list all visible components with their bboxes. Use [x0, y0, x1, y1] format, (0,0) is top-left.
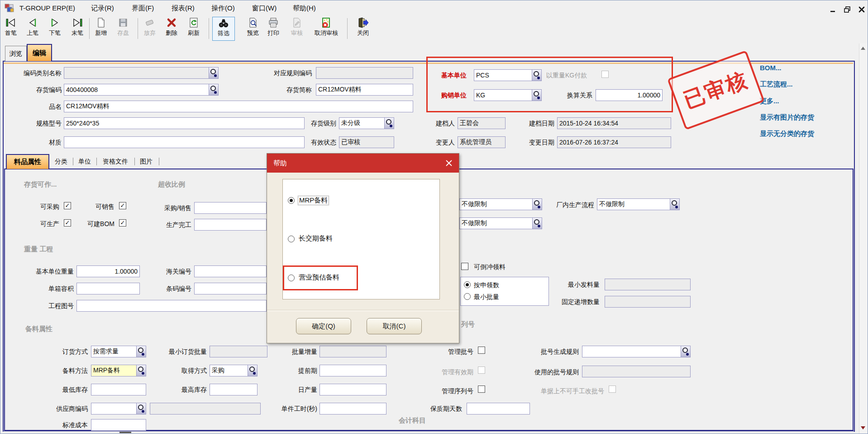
- subtab-image[interactable]: 图片: [140, 158, 153, 166]
- lookup-icon[interactable]: [532, 90, 541, 101]
- link-show-unclassified[interactable]: 显示无分类的存货: [760, 130, 814, 138]
- toolbar-first-button[interactable]: 首笔: [0, 17, 21, 41]
- subtab-classification[interactable]: 分类: [55, 158, 67, 166]
- item-name-input[interactable]: CR12MOV精料: [64, 101, 413, 112]
- dialog-ok-button[interactable]: 确定(Q): [296, 318, 351, 334]
- subtab-item-attributes[interactable]: 料品属性: [6, 154, 49, 169]
- can-sale-checkbox[interactable]: ✓: [119, 202, 126, 209]
- can-produce-checkbox[interactable]: ✓: [64, 219, 71, 227]
- link-process-flow[interactable]: 工艺流程...: [760, 80, 793, 89]
- min-issue-input[interactable]: [605, 279, 691, 290]
- conversion-input[interactable]: 1.00000: [596, 89, 663, 101]
- lookup-icon[interactable]: [136, 346, 146, 357]
- lookup-icon[interactable]: [209, 84, 218, 95]
- code-type-input[interactable]: [64, 67, 219, 79]
- max-stock-input[interactable]: [210, 384, 258, 395]
- base-weight-input[interactable]: 1.00000: [76, 265, 140, 277]
- link-show-with-images[interactable]: 显示有图片的存货: [760, 113, 814, 122]
- over-purchase-sale-input[interactable]: [194, 202, 267, 214]
- shelf-life-input[interactable]: [467, 403, 530, 415]
- menu-help[interactable]: 帮助(H): [293, 4, 316, 13]
- long-lead-prep-option[interactable]: 长交期备料: [299, 234, 333, 243]
- toolbar-prev-button[interactable]: 上笔: [22, 17, 43, 41]
- batch-rule-input[interactable]: [582, 346, 691, 357]
- prep-method-input[interactable]: MRP备料: [91, 365, 146, 376]
- factory-flow-input[interactable]: 不做限制: [597, 198, 680, 210]
- lookup-icon[interactable]: [532, 70, 541, 81]
- lookup-icon[interactable]: [532, 218, 542, 229]
- sales-forecast-prep-radio[interactable]: [288, 275, 295, 281]
- toolbar-new-button[interactable]: 新增: [91, 17, 111, 41]
- acquire-mode-input[interactable]: 采购: [210, 365, 258, 376]
- toolbar-save-button[interactable]: 存盘: [113, 17, 134, 41]
- lead-time-input[interactable]: [320, 365, 386, 376]
- dialog-close-button[interactable]: [444, 159, 453, 168]
- min-batch-radio[interactable]: [464, 293, 471, 300]
- lookup-icon[interactable]: [670, 199, 679, 210]
- help-dialog-titlebar[interactable]: 帮助: [267, 154, 459, 173]
- subtab-unit[interactable]: 单位: [78, 158, 91, 166]
- lookup-icon[interactable]: [209, 68, 218, 78]
- lookup-icon[interactable]: [248, 365, 257, 376]
- link-bom[interactable]: BOM...: [760, 64, 782, 72]
- limit-input-1[interactable]: 不做限制: [459, 198, 542, 210]
- can-purchase-checkbox[interactable]: ✓: [64, 202, 71, 209]
- drawing-no-input[interactable]: [76, 300, 267, 312]
- base-unit-input[interactable]: PCS: [474, 69, 542, 81]
- menu-tgroup-erp[interactable]: T-GROUP ERP(E): [19, 4, 75, 12]
- over-production-input[interactable]: [194, 219, 267, 231]
- level-input[interactable]: 未分级: [339, 117, 394, 129]
- toolbar-approve-button[interactable]: 审核: [286, 17, 307, 41]
- rule-code-input[interactable]: [316, 67, 413, 79]
- can-bom-checkbox[interactable]: ✓: [119, 219, 126, 227]
- scroll-down-icon[interactable]: [861, 426, 865, 429]
- toolbar-preview-button[interactable]: 预览: [243, 17, 263, 41]
- minimize-button[interactable]: [829, 6, 837, 13]
- tab-browse[interactable]: 浏览: [5, 46, 27, 61]
- item-abbr-input[interactable]: CR12MOV精料: [316, 84, 413, 96]
- horizontal-scroll-thumb[interactable]: [119, 432, 131, 433]
- unit-time-input[interactable]: [320, 403, 386, 415]
- daily-output-input[interactable]: [320, 384, 386, 395]
- vertical-scrollbar[interactable]: [859, 43, 867, 434]
- close-button[interactable]: [858, 6, 866, 13]
- dialog-cancel-button[interactable]: 取消(C): [367, 318, 422, 334]
- lookup-icon[interactable]: [136, 403, 146, 414]
- menu-window[interactable]: 窗口(W): [252, 4, 277, 13]
- supplier-code-input[interactable]: [91, 403, 146, 415]
- manage-validity-checkbox[interactable]: [478, 366, 485, 374]
- pay-by-weight-checkbox[interactable]: [601, 71, 609, 78]
- scroll-up-icon[interactable]: [861, 47, 865, 50]
- lookup-icon[interactable]: [532, 199, 542, 210]
- toolbar-abandon-button[interactable]: 放弃: [139, 17, 160, 41]
- limit-input-2[interactable]: 不做限制: [459, 217, 542, 229]
- lookup-icon[interactable]: [384, 118, 394, 129]
- menu-operation[interactable]: 操作(O): [211, 4, 235, 13]
- fixed-increment-input[interactable]: [605, 296, 691, 308]
- order-mode-input[interactable]: 按需求量: [91, 346, 146, 357]
- customs-code-input[interactable]: [194, 265, 267, 277]
- toolbar-refresh-button[interactable]: 刷新: [183, 17, 204, 41]
- long-lead-prep-radio[interactable]: [288, 236, 295, 242]
- std-cost-input[interactable]: [91, 419, 146, 431]
- by-apply-radio[interactable]: [464, 281, 471, 288]
- toolbar-delete-button[interactable]: 删除: [161, 17, 182, 41]
- min-stock-input[interactable]: [91, 384, 146, 395]
- box-volume-input[interactable]: [76, 283, 140, 294]
- toolbar-next-button[interactable]: 下笔: [44, 17, 65, 41]
- trade-unit-input[interactable]: KG: [474, 89, 542, 101]
- spec-input[interactable]: 250*240*35: [64, 117, 305, 129]
- min-order-input[interactable]: [210, 346, 267, 357]
- toolbar-print-button[interactable]: 打印: [263, 17, 284, 41]
- no-manual-batch-checkbox[interactable]: [609, 386, 616, 393]
- item-code-input[interactable]: 400400008: [64, 84, 219, 96]
- lookup-icon[interactable]: [136, 365, 146, 376]
- toolbar-filter-button[interactable]: 筛选: [212, 17, 235, 41]
- restore-button[interactable]: [843, 6, 851, 13]
- menu-interface[interactable]: 界面(F): [132, 4, 154, 13]
- manage-batch-checkbox[interactable]: [478, 347, 485, 354]
- used-batch-rule-input[interactable]: [582, 366, 691, 377]
- toolbar-last-button[interactable]: 末笔: [67, 17, 88, 41]
- menu-record[interactable]: 记录(R): [91, 4, 114, 13]
- tab-edit[interactable]: 编辑: [27, 44, 52, 61]
